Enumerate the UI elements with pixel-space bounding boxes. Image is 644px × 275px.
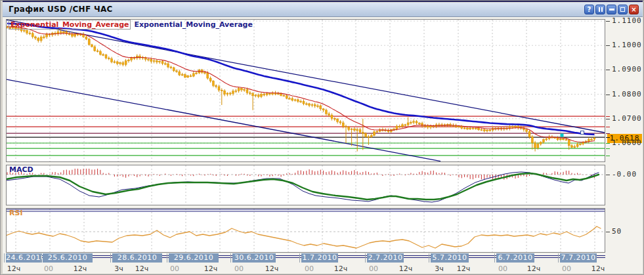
day-separator (110, 253, 111, 263)
restore-button[interactable] (618, 5, 628, 14)
price-chart-pane[interactable]: Exponential_Moving_AverageExponential_Mo… (6, 19, 605, 162)
level-tick (606, 148, 610, 149)
legend-ema-slow: Exponential_Moving_Average (134, 20, 252, 29)
day-separator (558, 253, 559, 263)
price-tick-1.1100-tick (606, 21, 610, 22)
macd-value-tick (606, 175, 610, 175)
level-tick (606, 156, 610, 156)
macd-value: -0.00 (612, 170, 637, 179)
day-separator (4, 253, 5, 263)
day-separator (230, 253, 231, 263)
close-button[interactable]: × (629, 5, 639, 14)
time-label: 12ч (399, 264, 413, 273)
time-label: 3ч (435, 264, 444, 273)
day-separator (41, 253, 41, 263)
day-separator (494, 253, 495, 263)
macd-canvas[interactable] (6, 165, 605, 205)
date-badge: 6.7.2010 (496, 253, 534, 263)
time-label: 12ч (527, 264, 541, 273)
time-label: 12ч (135, 264, 149, 273)
macd-pane[interactable]: MACD (6, 165, 605, 205)
time-label: 12ч (204, 264, 218, 273)
date-badge: 7.7.2010 (560, 253, 597, 263)
level-tick (606, 137, 610, 138)
window-titlebar[interactable]: График USD /CHF ЧАС ? × (3, 3, 643, 17)
help-icon: ? (588, 7, 591, 13)
date-badge: 24.6.2010 (6, 253, 42, 263)
window-buttons: ? × (584, 5, 639, 14)
price-tick-1.0800: 1.0800 (612, 90, 642, 98)
price-chart-canvas[interactable] (6, 19, 605, 162)
date-axis[interactable]: 24.6.201025.6.201028.6.201029.6.201030.6… (6, 253, 605, 274)
date-badge: 2.7.2010 (367, 253, 404, 263)
day-separator (365, 253, 366, 263)
level-tick (606, 116, 610, 117)
time-label: 12ч (334, 264, 348, 273)
price-tick-1.0700-tick (606, 119, 610, 119)
rsi-level: 50 (612, 227, 622, 236)
day-separator (299, 253, 300, 263)
time-label: 00 (305, 264, 314, 273)
level-tick (606, 127, 610, 127)
time-label: 3ч (114, 264, 123, 273)
time-label: 00 (44, 264, 53, 273)
price-tick-1.0700: 1.0700 (612, 114, 642, 123)
price-tick-1.0900-tick (606, 70, 610, 70)
minimize-icon (609, 9, 614, 11)
chart-window: График USD /CHF ЧАС ? × Exponential_Movi… (0, 0, 644, 275)
price-tick-1.0900: 1.0900 (612, 65, 642, 74)
time-label: 00 (369, 264, 378, 273)
day-separator (167, 253, 167, 263)
date-badge: 25.6.2010 (43, 253, 93, 263)
date-badge: 29.6.2010 (169, 253, 219, 263)
macd-label: MACD (9, 165, 33, 174)
time-label: 12ч (265, 264, 279, 273)
price-tick-1.1000: 1.1000 (612, 41, 642, 49)
help-button[interactable]: ? (584, 5, 594, 14)
time-label: 00 (562, 264, 571, 273)
day-separator (429, 253, 429, 263)
window-title: График USD /CHF ЧАС (9, 5, 113, 14)
date-badge: 30.6.2010 (232, 253, 276, 263)
indicator-legend: Exponential_Moving_AverageExponential_Mo… (9, 20, 253, 29)
level-tick (606, 143, 610, 144)
pause-icon (599, 7, 603, 12)
price-tick-1.1000-tick (606, 45, 610, 46)
restore-icon (620, 7, 625, 12)
minimize-button[interactable] (607, 5, 616, 14)
close-icon: × (631, 7, 636, 13)
time-label: 00 (498, 264, 507, 273)
pause-button[interactable] (595, 5, 605, 14)
price-tick-1.0800-tick (606, 95, 610, 95)
legend-ema-fast: Exponential_Moving_Average (9, 20, 131, 30)
time-label: 00 (170, 264, 179, 273)
time-label: 12ч (591, 264, 605, 273)
rsi-label: RSI (9, 209, 23, 217)
price-tick-1.1100: 1.1100 (612, 16, 642, 25)
time-label: 12ч (74, 264, 87, 273)
level-tick (606, 133, 610, 134)
date-badge: 28.6.2010 (112, 253, 162, 263)
rsi-pane[interactable]: RSI (6, 208, 605, 253)
time-label: 12ч (7, 264, 21, 273)
chart-client-area: Exponential_Moving_AverageExponential_Mo… (3, 17, 643, 274)
time-label: 00 (234, 264, 244, 273)
rsi-level-tick (606, 232, 610, 232)
time-label: 12ч (457, 264, 471, 273)
price-tick-1.0600: 1.0600 (612, 138, 642, 147)
window-top-edge (3, 1, 643, 2)
rsi-canvas[interactable] (6, 208, 605, 253)
date-badge: 1.7.2010 (301, 253, 338, 263)
price-axis: 1.0618 1.11001.10001.09001.08001.07001.0… (606, 19, 643, 253)
date-badge: 5.7.2010 (431, 253, 469, 263)
